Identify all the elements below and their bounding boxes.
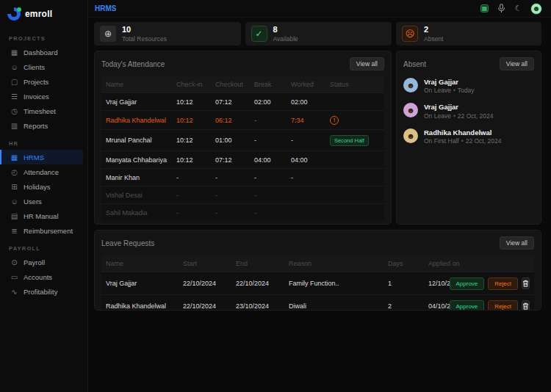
attendance-checkout: - — [211, 186, 250, 204]
holidays-icon: ⊞ — [10, 183, 18, 191]
topbar: HRMS ▦ ☾ ☻ — [88, 0, 551, 18]
main-area: HRMS ▦ ☾ ☻ ⊕10Total Resources✓8Available… — [88, 0, 551, 392]
leave-days: 2 — [383, 295, 424, 311]
delete-button[interactable] — [522, 300, 530, 311]
profitability-icon: ∿ — [10, 288, 18, 296]
sidebar-item[interactable]: ☰ Invoices — [0, 89, 87, 104]
sidebar-item-label: Attendance — [24, 168, 59, 176]
sidebar-item[interactable]: ⊞ Holidays — [0, 179, 87, 194]
reject-button[interactable]: Reject — [488, 277, 518, 290]
leave-days: 1 — [383, 272, 424, 295]
resources-icon: ⊕ — [100, 26, 116, 42]
sidebar-item-label: HRMS — [24, 153, 44, 161]
leave-reason: Family Function.. — [284, 272, 383, 295]
sidebar-item[interactable]: ☺ Clients — [0, 59, 87, 74]
absent-detail: On Leave•22 Oct, 2024 — [424, 112, 494, 120]
absent-avatar: ☻ — [403, 78, 418, 92]
sidebar-item[interactable]: ◷ Timesheet — [0, 104, 87, 118]
stat-label: Absent — [424, 35, 443, 43]
attendance-checkout: - — [211, 204, 250, 222]
approve-button[interactable]: Approve — [450, 277, 485, 290]
sidebar-item[interactable]: ▭ Accounts — [0, 269, 87, 284]
sidebar-item-label: Reimbursement — [24, 227, 73, 235]
attendance-break: - — [250, 204, 287, 222]
col-name: Name — [101, 255, 179, 272]
attendance-checkout: 01:00 — [211, 130, 250, 151]
absent-panel: Absent View all ☻ Vraj Gajjar On Leave•T… — [396, 51, 541, 225]
trash-icon — [522, 280, 529, 287]
attendance-status: ! — [325, 151, 384, 169]
sidebar-item[interactable]: ⊙ Payroll — [0, 255, 87, 269]
leave-view-all-button[interactable]: View all — [500, 236, 534, 250]
absent-name: Vraj Gajjar — [424, 103, 494, 112]
delete-button[interactable] — [522, 277, 530, 289]
attendance-row: Vishal Desai - - - ! — [101, 186, 384, 204]
attendance-status: ! — [325, 186, 384, 204]
timesheet-icon: ◷ — [10, 107, 18, 115]
sidebar-section-label: PROJECTS — [0, 28, 87, 45]
sidebar-item-label: Profitability — [24, 288, 57, 296]
reject-button[interactable]: Reject — [488, 300, 518, 311]
sidebar-item[interactable]: ▦ Dashboard — [0, 45, 87, 59]
col-applied-on: Applied on — [424, 255, 490, 272]
sidebar-item[interactable]: ▤ HR Manual — [0, 208, 87, 223]
attendance-worked — [287, 186, 325, 204]
sidebar-item-label: Invoices — [24, 92, 49, 101]
sidebar-item[interactable]: ▢ Projects — [0, 74, 87, 89]
sidebar-item[interactable]: ≣ Reimbursement — [0, 223, 87, 238]
microphone-icon[interactable] — [497, 4, 506, 13]
absent-avatar: ☻ — [403, 103, 418, 117]
attendance-break: - — [250, 111, 287, 130]
col-break: Break — [250, 76, 287, 93]
attendance-checkin: - — [172, 204, 211, 222]
projects-icon: ▢ — [10, 78, 18, 86]
attendance-checkin: 10:12 — [172, 151, 211, 169]
stat-label: Total Resources — [122, 35, 167, 43]
absent-list-item: ☻ Vraj Gajjar On Leave•22 Oct, 2024 — [403, 103, 534, 119]
stat-cards-right: ☹2Absent — [396, 22, 541, 46]
sidebar-item-label: Reports — [24, 122, 48, 130]
leave-request-row: Vraj Gajjar 22/10/2024 22/10/2024 Family… — [101, 272, 534, 295]
user-avatar[interactable]: ☻ — [530, 3, 542, 15]
sidebar-item[interactable]: ☺ Users — [0, 194, 87, 208]
attendance-checkout: 06:12 — [211, 111, 250, 130]
dark-mode-moon-icon[interactable]: ☾ — [514, 4, 523, 13]
sidebar-section: PAYROLL ⊙ Payroll ▭ Accounts — [0, 238, 87, 299]
attendance-header-row: Name Check-in Checkout Break Worked Stat… — [101, 76, 384, 93]
trash-icon — [522, 302, 529, 310]
approve-button[interactable]: Approve — [450, 300, 485, 311]
leave-requests-table: Name Start End Reason Days Applied on — [101, 255, 534, 311]
col-status: Status — [325, 76, 384, 93]
stat-card-absent: ☹2Absent — [396, 22, 541, 46]
sidebar-item-label: Clients — [24, 63, 45, 71]
sidebar-item[interactable]: ∿ Profitability — [0, 284, 87, 299]
attendance-break: 04:00 — [250, 151, 287, 169]
attendance-worked — [287, 204, 325, 222]
attendance-name: Sahil Makadia — [101, 204, 172, 222]
absent-view-all-button[interactable]: View all — [500, 57, 534, 70]
leave-start: 22/10/2024 — [179, 295, 231, 311]
leave-reason: Diwali — [284, 295, 383, 311]
sidebar-item[interactable]: ▥ Reports — [0, 118, 87, 133]
col-end: End — [231, 255, 284, 272]
leave-requests-panel: Leave Requests View all Name Start End R… — [94, 230, 541, 311]
stat-card-available: ✓8Available — [245, 22, 392, 46]
sidebar-item-label: Dashboard — [24, 48, 57, 57]
attendance-break: 02:00 — [250, 93, 287, 111]
content: ⊕10Total Resources✓8Available ☹2Absent T… — [88, 18, 551, 392]
status-badge: Second Half — [330, 135, 369, 146]
attendance-checkin: - — [172, 169, 211, 186]
stat-cards-left: ⊕10Total Resources✓8Available — [94, 22, 392, 46]
leave-end: 23/10/2024 — [231, 295, 284, 311]
sidebar-item-label: HR Manual — [24, 212, 59, 220]
stat-label: Available — [273, 35, 298, 43]
sidebar-section: HR ▦ HRMS ◴ Attendance — [0, 133, 87, 238]
attendance-icon: ◴ — [10, 168, 18, 176]
sidebar-item[interactable]: ▦ HRMS — [0, 150, 83, 164]
attendance-checkin: 10:12 — [172, 130, 211, 151]
attendance-status: ! — [325, 93, 384, 111]
attendance-view-all-button[interactable]: View all — [350, 57, 384, 70]
sidebar-item[interactable]: ◴ Attendance — [0, 164, 87, 179]
apps-status-icon[interactable]: ▦ — [480, 4, 489, 13]
breadcrumb[interactable]: HRMS — [95, 4, 116, 12]
